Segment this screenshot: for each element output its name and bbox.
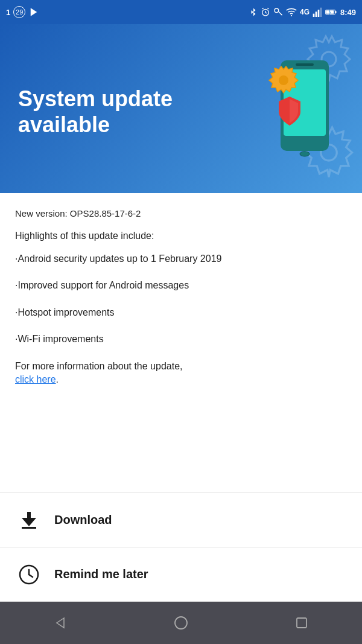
play-icon xyxy=(28,7,39,18)
svg-point-9 xyxy=(291,15,292,16)
download-label: Download xyxy=(54,513,112,527)
clock-icon xyxy=(15,561,42,588)
svg-rect-25 xyxy=(296,63,314,66)
download-icon xyxy=(15,506,42,534)
action-buttons: Download Remind me later xyxy=(0,493,362,602)
status-right: 4G 8:49 xyxy=(249,7,356,18)
svg-rect-28 xyxy=(27,512,31,520)
download-button[interactable]: Download xyxy=(0,493,362,547)
content-area[interactable]: New version: OPS28.85-17-6-2 Highlights … xyxy=(0,193,362,493)
click-here-link[interactable]: click here xyxy=(15,374,56,384)
update-item-3: ·Hotspot improvements xyxy=(15,306,347,319)
status-left: 1 29 xyxy=(6,6,39,18)
svg-line-8 xyxy=(281,14,282,14)
status-notification-1: 1 xyxy=(6,8,10,17)
time-display: 8:49 xyxy=(340,8,356,17)
svg-rect-13 xyxy=(320,8,322,17)
alarm-icon xyxy=(261,7,270,17)
update-item-2: ·Improved support for Android messages xyxy=(15,279,347,292)
header-banner: System update available xyxy=(0,24,362,193)
svg-rect-11 xyxy=(316,11,317,17)
svg-rect-10 xyxy=(313,14,315,17)
svg-rect-12 xyxy=(318,10,320,17)
home-icon xyxy=(174,616,188,630)
update-item-4: ·Wi-Fi improvements xyxy=(15,333,347,346)
battery-icon xyxy=(325,8,337,16)
update-item-1: ·Android security updates up to 1 Februa… xyxy=(15,252,347,266)
svg-rect-15 xyxy=(335,11,336,13)
svg-line-5 xyxy=(267,8,268,8)
highlights-title: Highlights of this update include: xyxy=(15,231,347,241)
svg-marker-33 xyxy=(57,618,64,628)
svg-marker-0 xyxy=(31,8,37,16)
home-button[interactable] xyxy=(163,605,199,641)
recents-icon xyxy=(295,616,308,630)
back-icon xyxy=(53,616,68,630)
key-icon xyxy=(273,7,283,17)
page-title: System update available xyxy=(18,86,199,138)
more-info-text: For more information about the update, c… xyxy=(15,360,347,387)
svg-line-32 xyxy=(29,575,33,577)
network-4g: 4G xyxy=(300,8,310,16)
svg-line-3 xyxy=(265,13,267,13)
svg-line-4 xyxy=(262,8,264,8)
recents-button[interactable] xyxy=(284,605,320,641)
svg-point-26 xyxy=(279,75,288,85)
nav-bar xyxy=(0,602,362,644)
back-button[interactable] xyxy=(42,605,78,641)
version-text: New version: OPS28.85-17-6-2 xyxy=(15,208,347,218)
status-bar: 1 29 4G xyxy=(0,0,362,24)
wifi-icon xyxy=(286,8,297,16)
signal-icon xyxy=(313,7,322,17)
notification-badge: 29 xyxy=(13,6,25,18)
svg-point-6 xyxy=(275,8,279,13)
illustration xyxy=(247,48,344,169)
bluetooth-icon xyxy=(249,7,258,18)
remind-later-button[interactable]: Remind me later xyxy=(0,547,362,601)
svg-rect-35 xyxy=(297,618,306,628)
remind-label: Remind me later xyxy=(54,567,148,581)
svg-point-24 xyxy=(300,151,310,156)
svg-rect-29 xyxy=(22,527,36,529)
svg-point-34 xyxy=(175,617,187,629)
content-scroll: New version: OPS28.85-17-6-2 Highlights … xyxy=(0,193,362,386)
